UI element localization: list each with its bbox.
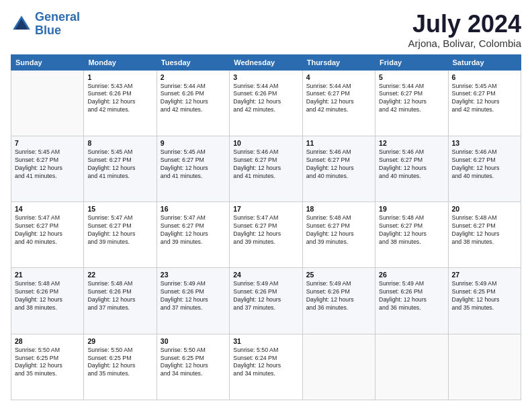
- day-info: Sunrise: 5:47 AMSunset: 6:27 PMDaylight:…: [233, 214, 298, 246]
- day-number: 17: [233, 205, 298, 213]
- day-number: 20: [452, 205, 517, 213]
- calendar-cell: 30Sunrise: 5:50 AMSunset: 6:25 PMDayligh…: [157, 334, 229, 400]
- day-info: Sunrise: 5:44 AMSunset: 6:27 PMDaylight:…: [379, 83, 444, 115]
- calendar-cell: 17Sunrise: 5:47 AMSunset: 6:27 PMDayligh…: [230, 202, 302, 268]
- calendar-cell: 19Sunrise: 5:48 AMSunset: 6:27 PMDayligh…: [375, 202, 448, 268]
- calendar-cell: 14Sunrise: 5:47 AMSunset: 6:27 PMDayligh…: [11, 202, 84, 268]
- day-number: 11: [306, 139, 371, 147]
- logo-text: General Blue: [35, 11, 80, 38]
- day-number: 25: [306, 271, 371, 279]
- day-info: Sunrise: 5:48 AMSunset: 6:27 PMDaylight:…: [306, 214, 371, 246]
- day-number: 14: [15, 205, 80, 213]
- day-number: 6: [452, 73, 517, 81]
- calendar-cell: [302, 334, 375, 400]
- day-info: Sunrise: 5:45 AMSunset: 6:27 PMDaylight:…: [15, 148, 80, 181]
- calendar-cell: [448, 334, 521, 400]
- day-info: Sunrise: 5:48 AMSunset: 6:26 PMDaylight:…: [87, 280, 152, 312]
- day-info: Sunrise: 5:46 AMSunset: 6:27 PMDaylight:…: [452, 148, 517, 181]
- day-number: 16: [161, 205, 226, 213]
- day-number: 5: [379, 73, 444, 81]
- day-number: 9: [161, 139, 226, 147]
- calendar-cell: 16Sunrise: 5:47 AMSunset: 6:27 PMDayligh…: [157, 202, 229, 268]
- day-of-week-header: Saturday: [448, 54, 521, 70]
- calendar-cell: 2Sunrise: 5:44 AMSunset: 6:26 PMDaylight…: [157, 70, 229, 136]
- day-info: Sunrise: 5:49 AMSunset: 6:26 PMDaylight:…: [161, 280, 226, 312]
- day-info: Sunrise: 5:46 AMSunset: 6:27 PMDaylight:…: [379, 148, 444, 181]
- calendar-cell: 1Sunrise: 5:43 AMSunset: 6:26 PMDaylight…: [84, 70, 157, 136]
- calendar-cell: 26Sunrise: 5:49 AMSunset: 6:26 PMDayligh…: [375, 268, 448, 334]
- day-number: 15: [87, 205, 152, 213]
- calendar-cell: 18Sunrise: 5:48 AMSunset: 6:27 PMDayligh…: [302, 202, 375, 268]
- day-number: 23: [161, 271, 226, 279]
- day-number: 30: [161, 337, 226, 345]
- title-block: July 2024 Arjona, Bolivar, Colombia: [408, 11, 521, 49]
- day-number: 19: [379, 205, 444, 213]
- day-info: Sunrise: 5:50 AMSunset: 6:25 PMDaylight:…: [15, 347, 80, 379]
- day-number: 29: [87, 337, 152, 345]
- day-number: 7: [15, 139, 80, 147]
- calendar-cell: 5Sunrise: 5:44 AMSunset: 6:27 PMDaylight…: [375, 70, 448, 136]
- calendar-cell: 13Sunrise: 5:46 AMSunset: 6:27 PMDayligh…: [448, 136, 521, 201]
- calendar-cell: 28Sunrise: 5:50 AMSunset: 6:25 PMDayligh…: [11, 334, 84, 400]
- day-info: Sunrise: 5:46 AMSunset: 6:27 PMDaylight:…: [233, 148, 298, 181]
- day-info: Sunrise: 5:47 AMSunset: 6:27 PMDaylight:…: [87, 214, 152, 246]
- calendar-cell: 6Sunrise: 5:45 AMSunset: 6:27 PMDaylight…: [448, 70, 521, 136]
- logo-icon: [11, 13, 32, 35]
- calendar-cell: 29Sunrise: 5:50 AMSunset: 6:25 PMDayligh…: [84, 334, 157, 400]
- day-info: Sunrise: 5:49 AMSunset: 6:26 PMDaylight:…: [379, 280, 444, 312]
- day-of-week-header: Thursday: [302, 54, 375, 70]
- calendar-table: SundayMondayTuesdayWednesdayThursdayFrid…: [11, 54, 521, 400]
- location: Arjona, Bolivar, Colombia: [408, 38, 521, 49]
- calendar-cell: 15Sunrise: 5:47 AMSunset: 6:27 PMDayligh…: [84, 202, 157, 268]
- day-number: 1: [87, 73, 152, 81]
- day-info: Sunrise: 5:45 AMSunset: 6:27 PMDaylight:…: [452, 83, 517, 115]
- calendar-cell: 23Sunrise: 5:49 AMSunset: 6:26 PMDayligh…: [157, 268, 229, 334]
- calendar-week-row: 28Sunrise: 5:50 AMSunset: 6:25 PMDayligh…: [11, 334, 521, 400]
- day-info: Sunrise: 5:48 AMSunset: 6:26 PMDaylight:…: [15, 280, 80, 312]
- calendar-week-row: 14Sunrise: 5:47 AMSunset: 6:27 PMDayligh…: [11, 202, 521, 268]
- day-of-week-header: Sunday: [11, 54, 84, 70]
- page: General Blue July 2024 Arjona, Bolivar, …: [0, 0, 532, 411]
- day-of-week-header: Wednesday: [230, 54, 302, 70]
- day-number: 4: [306, 73, 371, 81]
- day-info: Sunrise: 5:47 AMSunset: 6:27 PMDaylight:…: [161, 214, 226, 246]
- day-info: Sunrise: 5:49 AMSunset: 6:26 PMDaylight:…: [306, 280, 371, 312]
- day-info: Sunrise: 5:44 AMSunset: 6:27 PMDaylight:…: [306, 83, 371, 115]
- day-number: 24: [233, 271, 298, 279]
- calendar-week-row: 21Sunrise: 5:48 AMSunset: 6:26 PMDayligh…: [11, 268, 521, 334]
- day-number: 10: [233, 139, 298, 147]
- day-info: Sunrise: 5:43 AMSunset: 6:26 PMDaylight:…: [87, 83, 152, 115]
- calendar-cell: 25Sunrise: 5:49 AMSunset: 6:26 PMDayligh…: [302, 268, 375, 334]
- day-number: 18: [306, 205, 371, 213]
- calendar-cell: 21Sunrise: 5:48 AMSunset: 6:26 PMDayligh…: [11, 268, 84, 334]
- day-info: Sunrise: 5:50 AMSunset: 6:25 PMDaylight:…: [87, 347, 152, 379]
- day-info: Sunrise: 5:49 AMSunset: 6:26 PMDaylight:…: [233, 280, 298, 312]
- calendar-cell: 20Sunrise: 5:48 AMSunset: 6:27 PMDayligh…: [448, 202, 521, 268]
- logo: General Blue: [11, 11, 80, 38]
- day-info: Sunrise: 5:46 AMSunset: 6:27 PMDaylight:…: [306, 148, 371, 181]
- day-info: Sunrise: 5:49 AMSunset: 6:25 PMDaylight:…: [452, 280, 517, 312]
- day-number: 2: [161, 73, 226, 81]
- day-number: 22: [87, 271, 152, 279]
- calendar-cell: 10Sunrise: 5:46 AMSunset: 6:27 PMDayligh…: [230, 136, 302, 201]
- day-number: 13: [452, 139, 517, 147]
- calendar-week-row: 1Sunrise: 5:43 AMSunset: 6:26 PMDaylight…: [11, 70, 521, 136]
- day-number: 12: [379, 139, 444, 147]
- calendar-cell: 24Sunrise: 5:49 AMSunset: 6:26 PMDayligh…: [230, 268, 302, 334]
- day-of-week-header: Monday: [84, 54, 157, 70]
- day-info: Sunrise: 5:50 AMSunset: 6:25 PMDaylight:…: [161, 347, 226, 379]
- day-info: Sunrise: 5:45 AMSunset: 6:27 PMDaylight:…: [87, 148, 152, 181]
- day-number: 27: [452, 271, 517, 279]
- calendar-header-row: SundayMondayTuesdayWednesdayThursdayFrid…: [11, 54, 521, 70]
- header: General Blue July 2024 Arjona, Bolivar, …: [11, 11, 521, 49]
- day-info: Sunrise: 5:44 AMSunset: 6:26 PMDaylight:…: [233, 83, 298, 115]
- day-of-week-header: Friday: [375, 54, 448, 70]
- day-number: 3: [233, 73, 298, 81]
- calendar-week-row: 7Sunrise: 5:45 AMSunset: 6:27 PMDaylight…: [11, 136, 521, 201]
- day-info: Sunrise: 5:44 AMSunset: 6:26 PMDaylight:…: [161, 83, 226, 115]
- calendar-cell: 12Sunrise: 5:46 AMSunset: 6:27 PMDayligh…: [375, 136, 448, 201]
- calendar-cell: 9Sunrise: 5:45 AMSunset: 6:27 PMDaylight…: [157, 136, 229, 201]
- calendar-cell: 31Sunrise: 5:50 AMSunset: 6:24 PMDayligh…: [230, 334, 302, 400]
- calendar-cell: 4Sunrise: 5:44 AMSunset: 6:27 PMDaylight…: [302, 70, 375, 136]
- calendar-cell: 22Sunrise: 5:48 AMSunset: 6:26 PMDayligh…: [84, 268, 157, 334]
